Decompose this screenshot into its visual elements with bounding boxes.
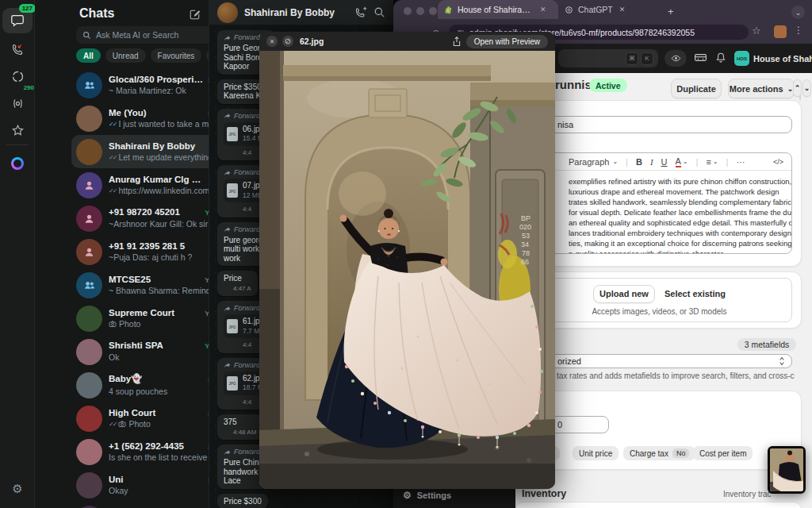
- search-icon: [82, 31, 91, 40]
- notifications-bell-icon[interactable]: [715, 52, 726, 64]
- browser-menu-icon[interactable]: ⋮: [794, 25, 803, 36]
- description-editor[interactable]: Paragraph⌄ | B I U A⌄ | ≡⌄ | ··· </> exe…: [527, 152, 792, 254]
- browser-tab[interactable]: ChatGPT ✕: [558, 0, 679, 19]
- starred-icon[interactable]: [2, 117, 33, 143]
- chat-preview: Okay: [109, 486, 209, 495]
- unit-price-pill[interactable]: Unit price: [573, 446, 619, 460]
- chat-row[interactable]: +1 (562) 292-4435 Saturday ✓✓ Is she on …: [71, 435, 209, 468]
- conversation-avatar[interactable]: [217, 2, 238, 23]
- tab-search-chevron[interactable]: ⌄: [791, 6, 805, 19]
- chat-row[interactable]: MTCSE25 Yesterday ✓✓ ~ Bhawna Sharma: Re…: [71, 268, 209, 302]
- chat-name: MTCSE25: [109, 275, 200, 284]
- product-title-input[interactable]: nisa: [527, 116, 792, 133]
- window-zoom-button[interactable]: [429, 7, 437, 15]
- chat-row[interactable]: Supreme Court Yesterday ✓✓ Photo: [71, 302, 209, 335]
- settings-icon[interactable]: ⚙: [2, 476, 33, 502]
- file-icon: [227, 127, 238, 141]
- profile-avatar[interactable]: [774, 25, 787, 38]
- sidebar-item-settings[interactable]: ⚙ Settings: [403, 490, 451, 501]
- chats-nav-icon[interactable]: 127: [2, 8, 33, 33]
- cmd-key: ⌘: [626, 52, 638, 65]
- chat-row[interactable]: Baby👻 Saturday ✓✓ 4 soup pouches 1: [71, 368, 209, 402]
- tab-close-icon[interactable]: ✕: [619, 6, 626, 13]
- window-minimize-button[interactable]: [416, 7, 424, 15]
- duplicate-button[interactable]: Duplicate: [671, 79, 722, 98]
- filter-chip[interactable]: Favourites: [151, 48, 202, 63]
- cost-per-item-pill[interactable]: Cost per item: [693, 446, 753, 460]
- description-text[interactable]: exemplifies refined artistry with its pu…: [527, 171, 791, 254]
- italic-button[interactable]: I: [650, 157, 653, 167]
- shopify-search[interactable]: ⌘ K: [558, 49, 658, 67]
- next-product-button[interactable]: ⌄: [802, 79, 811, 97]
- code-view-button[interactable]: </>: [773, 158, 783, 166]
- conversation-header: Shahirani By Bobby: [209, 0, 393, 25]
- chat-row[interactable]: Me (You) Saturday ✓✓ I just wanted to ta…: [71, 102, 209, 135]
- chat-preview: 4 soup pouches: [109, 387, 209, 396]
- window-close-button[interactable]: [404, 7, 412, 15]
- bookmark-star-icon[interactable]: ☆: [752, 25, 761, 37]
- chat-row[interactable]: +91 98720 45201 Yesterday ✓✓ ~Arshnoor K…: [71, 202, 209, 235]
- select-existing-link[interactable]: Select existing: [665, 289, 726, 298]
- camera-icon: [109, 320, 117, 328]
- chat-row[interactable]: +91 80108 40539 Friday ✓✓: [71, 502, 209, 508]
- store-name[interactable]: House of Shahirani: [753, 54, 812, 64]
- upload-new-button[interactable]: Upload new: [593, 285, 655, 303]
- chat-name: Me (You): [109, 108, 203, 117]
- prev-product-button[interactable]: ⌃: [793, 79, 802, 97]
- conversation-title[interactable]: Shahirani By Bobby: [244, 7, 348, 18]
- open-with-preview-button[interactable]: Open with Preview: [466, 35, 548, 48]
- meta-ai-icon[interactable]: [2, 151, 33, 176]
- read-receipt-icon: ✓✓: [109, 421, 116, 428]
- inventory-tracked-label: Inventory trac: [723, 490, 772, 498]
- chat-row[interactable]: Anurag Kumar Clg Bihar 1:19 AM ✓✓ https:…: [71, 168, 209, 202]
- media-dropzone[interactable]: Upload new Select existing Accepts image…: [527, 278, 792, 322]
- chat-row[interactable]: Shahirani By Bobby 3:03 AM ✓✓ Let me upd…: [71, 135, 209, 168]
- message-time: 4:48 AM: [233, 429, 256, 436]
- read-receipt-icon: ✓✓: [109, 187, 116, 194]
- screen: 127 290 ⚙ Chats: [0, 0, 812, 508]
- message-bubble[interactable]: Forwarded Price $300: [217, 494, 268, 508]
- close-icon[interactable]: ✕: [266, 36, 278, 47]
- zoom-icon[interactable]: [282, 36, 293, 47]
- search-input[interactable]: Ask Meta AI or Search: [76, 26, 209, 44]
- browser-tab[interactable]: House of Shahirani - Products ✕: [438, 0, 558, 19]
- channels-icon[interactable]: 290: [2, 90, 33, 116]
- chat-row[interactable]: Uni Saturday ✓✓ Okay: [71, 468, 209, 502]
- chat-preview: Let me update everything. Add the...: [118, 152, 209, 162]
- file-icon: [227, 376, 238, 391]
- chat-row[interactable]: High Court Saturday ✓✓ Photo: [71, 402, 209, 435]
- view-store-icon[interactable]: [665, 50, 687, 67]
- paragraph-style-select[interactable]: Paragraph⌄: [569, 157, 618, 167]
- conversation-search-icon[interactable]: [373, 6, 385, 18]
- search-placeholder: Ask Meta AI or Search: [96, 30, 178, 40]
- message-text: Price $300: [224, 497, 262, 506]
- text-color-button[interactable]: A⌄: [676, 156, 688, 167]
- pos-icon[interactable]: [694, 52, 707, 64]
- chat-row[interactable]: +91 91 2395 281 5 20/10/25 ✓✓ ~Puja Das:…: [71, 235, 209, 268]
- tab-close-icon[interactable]: ✕: [540, 6, 546, 13]
- filter-chip[interactable]: Unread: [105, 48, 146, 63]
- new-chat-icon[interactable]: [189, 9, 201, 21]
- new-tab-icon[interactable]: +: [668, 6, 674, 17]
- pip-thumbnail[interactable]: [768, 446, 806, 494]
- avatar: [76, 239, 102, 265]
- filter-chip[interactable]: All: [76, 48, 101, 63]
- calls-icon[interactable]: [2, 37, 33, 62]
- add-call-icon[interactable]: [354, 6, 367, 19]
- message-bubble[interactable]: Forwarded Price 4:47 A: [217, 271, 258, 296]
- chat-preview: I just wanted to take a moment to s...: [118, 119, 209, 129]
- align-button[interactable]: ≡⌄: [706, 157, 718, 167]
- more-formatting-button[interactable]: ···: [736, 157, 745, 167]
- more-actions-button[interactable]: More actions⌄: [728, 79, 795, 98]
- metafields-badge[interactable]: 3 metafields: [737, 338, 796, 351]
- charge-tax-pill[interactable]: Charge tax No: [623, 446, 695, 460]
- share-icon[interactable]: [452, 37, 462, 47]
- chat-row[interactable]: Glocal/360 Prosperity Team Saturday ✓✓ ~…: [71, 68, 209, 102]
- category-select[interactable]: orized: [527, 354, 792, 368]
- file-icon: [227, 319, 238, 333]
- underline-button[interactable]: U: [661, 157, 668, 167]
- chat-row[interactable]: Shrishti SPA Yesterday ✓✓ Ok 1: [71, 335, 209, 368]
- store-avatar[interactable]: HOS: [734, 51, 749, 66]
- bold-button[interactable]: B: [636, 157, 642, 167]
- message-bubble[interactable]: Forwarded 375 4:48 AM: [217, 414, 262, 440]
